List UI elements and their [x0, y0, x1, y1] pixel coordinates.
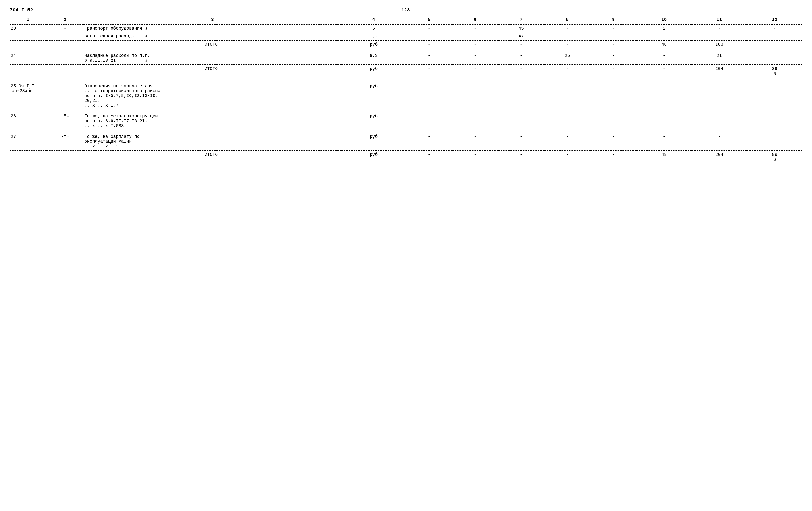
cell-row23-11: - — [692, 24, 747, 32]
itogo-row-24: ИТОГО: руб - - - - - - 204 89 6 — [10, 65, 802, 78]
itogo-final-label: ИТОГО: — [83, 150, 341, 164]
cell-row25-1: 25.Оч-I-I оч-28абв — [10, 82, 47, 109]
cell-zagot-2: - — [47, 32, 84, 40]
cell-row24-6: - — [452, 52, 498, 65]
cell-row26-3: То же, на металлоконструкции по п.п. 6,9… — [83, 112, 341, 130]
cell-row25-11 — [692, 82, 747, 109]
cell-row24-9: - — [590, 52, 637, 65]
cell-row27-10: - — [636, 133, 692, 150]
itogo-23-col7: - — [498, 40, 544, 48]
fraction-89-6: 89 6 — [772, 66, 777, 76]
cell-row23-10: 2 — [636, 24, 692, 32]
cell-row25-8 — [544, 82, 590, 109]
cell-row24-10: - — [636, 52, 692, 65]
cell-row24-3: Накладные расходы по п.п.6,9,II,I8,2I % — [83, 52, 341, 65]
cell-row25-10 — [636, 82, 692, 109]
cell-row25-12 — [747, 82, 802, 109]
itogo-24-label: ИТОГО: — [83, 65, 341, 78]
cell-row27-11: - — [692, 133, 747, 150]
col-header-3: 3 — [83, 15, 341, 24]
col-header-10: IO — [636, 15, 692, 24]
itogo-final-col4: руб — [341, 150, 406, 164]
cell-row25-2 — [47, 82, 84, 109]
table-row: 23. - Транспорт оборудования % 5 - - 45 … — [10, 24, 802, 32]
cell-zagot-11 — [692, 32, 747, 40]
col-header-7: 7 — [498, 15, 544, 24]
cell-row27-9: - — [590, 133, 637, 150]
cell-row26-12 — [747, 112, 802, 130]
page-number: -123- — [33, 7, 778, 13]
itogo-final-col8: - — [544, 150, 590, 164]
doc-id: 704-I-52 — [10, 7, 33, 13]
cell-row23-2: - — [47, 24, 84, 32]
itogo-final-empty2 — [47, 150, 84, 164]
itogo-23-label: ИТОГО: — [83, 40, 341, 48]
col-header-9: 9 — [590, 15, 637, 24]
cell-row23-3: Транспорт оборудования % — [83, 24, 341, 32]
itogo-24-col4: руб — [341, 65, 406, 78]
cell-zagot-12 — [747, 32, 802, 40]
cell-row24-4: 8,3 — [341, 52, 406, 65]
cell-row25-7 — [498, 82, 544, 109]
itogo-24-col8: - — [544, 65, 590, 78]
itogo-24-empty1 — [10, 65, 47, 78]
cell-zagot-6: - — [452, 32, 498, 40]
cell-row23-5: - — [406, 24, 452, 32]
cell-row25-6 — [452, 82, 498, 109]
cell-row24-2 — [47, 52, 84, 65]
itogo-24-col11: 204 — [692, 65, 747, 78]
cell-row25-5 — [406, 82, 452, 109]
itogo-24-empty2 — [47, 65, 84, 78]
col-header-8: 8 — [544, 15, 590, 24]
col-header-1: I — [10, 15, 47, 24]
itogo-row-23: ИТОГО: руб - - - - - 48 I83 — [10, 40, 802, 48]
col-header-6: 6 — [452, 15, 498, 24]
cell-row26-6: - — [452, 112, 498, 130]
itogo-24-col6: - — [452, 65, 498, 78]
cell-row25-3: Отклонения по зарплате для ...го террито… — [83, 82, 341, 109]
cell-row25-9 — [590, 82, 637, 109]
itogo-final-empty1 — [10, 150, 47, 164]
table-row: 27. -"– То же, на зарплату по эксплуатац… — [10, 133, 802, 150]
cell-row23-8: - — [544, 24, 590, 32]
cell-row26-5: - — [406, 112, 452, 130]
fraction-final-89-6: 89 6 — [772, 152, 777, 162]
cell-zagot-5: - — [406, 32, 452, 40]
cell-row24-12 — [747, 52, 802, 65]
cell-row24-8: 25 — [544, 52, 590, 65]
cell-row25-4: руб — [341, 82, 406, 109]
cell-row27-12 — [747, 133, 802, 150]
spacer-row — [10, 78, 802, 82]
cell-row23-4: 5 — [341, 24, 406, 32]
main-table: I 2 3 4 5 6 7 8 9 IO II I2 23. - Транспо… — [10, 15, 802, 164]
cell-zagot-10: I — [636, 32, 692, 40]
itogo-24-col12: 89 6 — [747, 65, 802, 78]
cell-row26-4: руб — [341, 112, 406, 130]
itogo-row-final: ИТОГО: руб - - - - - 48 204 89 6 — [10, 150, 802, 164]
itogo-23-col6: - — [452, 40, 498, 48]
cell-row27-4: руб — [341, 133, 406, 150]
table-row: 24. Накладные расходы по п.п.6,9,II,I8,2… — [10, 52, 802, 65]
cell-row26-10: - — [636, 112, 692, 130]
itogo-final-col7: - — [498, 150, 544, 164]
cell-row24-5: - — [406, 52, 452, 65]
itogo-24-col10: - — [636, 65, 692, 78]
itogo-final-col12: 89 6 — [747, 150, 802, 164]
cell-row26-2: -"– — [47, 112, 84, 130]
cell-row24-7: - — [498, 52, 544, 65]
itogo-23-col8: - — [544, 40, 590, 48]
itogo-final-col11: 204 — [692, 150, 747, 164]
cell-row27-7: - — [498, 133, 544, 150]
cell-row24-1: 24. — [10, 52, 47, 65]
itogo-final-col6: - — [452, 150, 498, 164]
cell-row26-1: 26. — [10, 112, 47, 130]
spacer-row — [10, 109, 802, 112]
cell-row23-6: - — [452, 24, 498, 32]
cell-row26-11: - — [692, 112, 747, 130]
cell-zagot-3: Загот.склад.расходы % — [83, 32, 341, 40]
cell-zagot-4: I,2 — [341, 32, 406, 40]
itogo-23-empty1 — [10, 40, 47, 48]
col-header-5: 5 — [406, 15, 452, 24]
cell-row27-3: То же, на зарплату по эксплуатации машин… — [83, 133, 341, 150]
cell-zagot-7: 47 — [498, 32, 544, 40]
